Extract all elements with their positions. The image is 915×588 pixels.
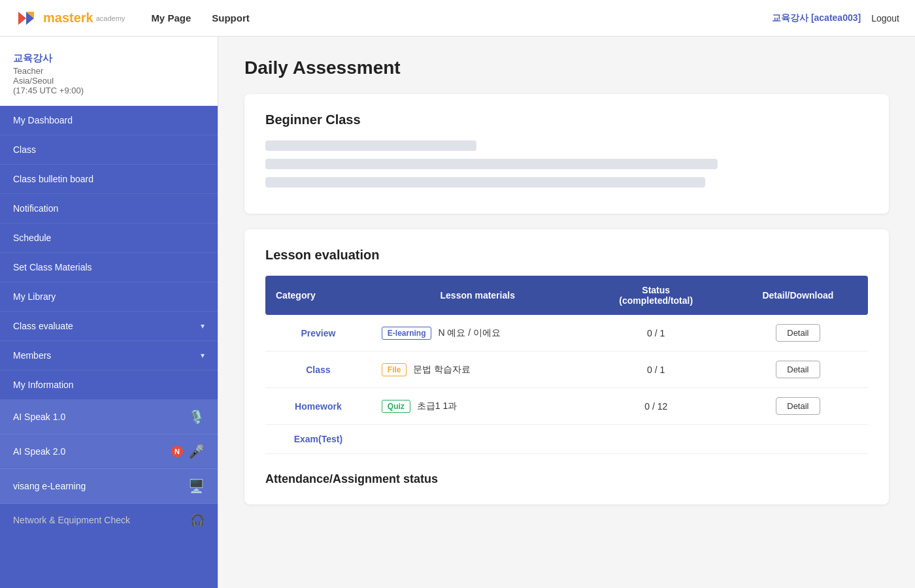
chevron-down-icon: ▾ xyxy=(201,351,205,360)
tool-right: N🎤 xyxy=(171,444,205,459)
tool-icon-screen: 🖥️ xyxy=(188,478,205,494)
tool-icon-speak2: 🎤 xyxy=(188,444,205,459)
nav-support[interactable]: Support xyxy=(212,12,250,24)
layout: 교육강사 Teacher Asia/Seoul (17:45 UTC +9:00… xyxy=(0,37,915,588)
lesson-cell: E-learningN 예요 / 이에요 xyxy=(382,327,574,340)
chevron-down-icon: ▾ xyxy=(201,321,205,331)
lesson-evaluation-card: Lesson evaluation Category Lesson materi… xyxy=(244,229,889,504)
skeleton-bar-3 xyxy=(265,177,705,188)
sidebar-item-my-dashboard[interactable]: My Dashboard xyxy=(0,106,218,135)
tag-file: File xyxy=(382,363,407,376)
sidebar-item-my-information[interactable]: My Information xyxy=(0,370,218,400)
lesson-text: 초급1 1과 xyxy=(417,400,457,412)
detail-button[interactable]: Detail xyxy=(776,361,820,378)
menu-item-label: Members xyxy=(13,350,51,361)
profile-name: 교육강사 xyxy=(13,52,205,65)
status-cell xyxy=(584,425,728,454)
nav-links: My Page Support xyxy=(151,12,772,24)
menu-item-label: Set Class Materials xyxy=(13,262,92,272)
detail-cell: Detail xyxy=(728,388,868,425)
menu-item-label: My Library xyxy=(13,291,56,302)
svg-marker-1 xyxy=(18,12,26,25)
network-label: Network & Equipment Check xyxy=(13,515,130,525)
col-status: Status(completed/total) xyxy=(584,276,728,315)
nav-user: 교육강사 [acatea003] xyxy=(772,12,861,24)
profile-role: Teacher xyxy=(13,66,205,76)
category-link[interactable]: Preview xyxy=(301,328,335,338)
tool-right: 🎙️ xyxy=(188,409,205,425)
tool-label: visang e-Learning xyxy=(13,481,86,491)
tool-item-ai-speak-1.0[interactable]: AI Speak 1.0🎙️ xyxy=(0,400,218,434)
skeleton-bar-1 xyxy=(265,140,476,151)
tag-quiz: Quiz xyxy=(382,400,410,413)
logo-academy: academy xyxy=(96,14,125,22)
nav-right: 교육강사 [acatea003] Logout xyxy=(772,12,899,24)
profile-time: (17:45 UTC +9:00) xyxy=(13,86,205,95)
status-cell: 0 / 12 xyxy=(584,388,728,425)
menu-item-label: Notification xyxy=(13,203,58,214)
sidebar-menu: My DashboardClassClass bulletin boardNot… xyxy=(0,106,218,588)
status-cell: 0 / 1 xyxy=(584,351,728,388)
tool-label: AI Speak 1.0 xyxy=(13,412,65,422)
table-row: Exam(Test) xyxy=(265,425,868,454)
skeleton-bar-2 xyxy=(265,159,718,169)
badge-AI Speak 2.0: N xyxy=(171,446,183,457)
lesson-cell: Quiz초급1 1과 xyxy=(382,400,574,413)
lesson-text: 문법 학습자료 xyxy=(413,364,471,376)
table-row: Homework Quiz초급1 1과 0 / 12 Detail xyxy=(265,388,868,425)
menu-item-label: Class xyxy=(13,144,36,155)
category-link[interactable]: Homework xyxy=(295,401,342,412)
tag-elearning: E-learning xyxy=(382,327,432,340)
logo[interactable]: masterk academy xyxy=(16,7,125,30)
lesson-eval-table: Category Lesson materials Status(complet… xyxy=(265,276,868,454)
network-equipment-check[interactable]: Network & Equipment Check 🎧 xyxy=(0,504,218,536)
sidebar-item-set-class-materials[interactable]: Set Class Materials xyxy=(0,253,218,282)
sidebar: 교육강사 Teacher Asia/Seoul (17:45 UTC +9:00… xyxy=(0,37,218,588)
tool-label: AI Speak 2.0 xyxy=(13,446,65,457)
lesson-eval-title: Lesson evaluation xyxy=(265,248,868,263)
lesson-cell: File문법 학습자료 xyxy=(382,363,574,376)
table-row: Class File문법 학습자료 0 / 1 Detail xyxy=(265,351,868,388)
status-cell: 0 / 1 xyxy=(584,315,728,351)
detail-button[interactable]: Detail xyxy=(776,324,820,342)
beginner-class-title: Beginner Class xyxy=(265,112,868,127)
table-row: Preview E-learningN 예요 / 이에요 0 / 1 Detai… xyxy=(265,315,868,351)
tool-item-ai-speak-2.0[interactable]: AI Speak 2.0N🎤 xyxy=(0,434,218,469)
menu-item-label: My Dashboard xyxy=(13,115,73,125)
category-link[interactable]: Exam(Test) xyxy=(294,434,342,444)
nav-logout[interactable]: Logout xyxy=(871,13,899,24)
headset-icon: 🎧 xyxy=(190,513,205,527)
sidebar-item-notification[interactable]: Notification xyxy=(0,194,218,223)
sidebar-item-members[interactable]: Members▾ xyxy=(0,341,218,370)
sidebar-profile: 교육강사 Teacher Asia/Seoul (17:45 UTC +9:00… xyxy=(0,37,218,106)
tool-icon-speak: 🎙️ xyxy=(188,409,205,425)
col-category: Category xyxy=(265,276,371,315)
beginner-class-card: Beginner Class xyxy=(244,94,889,214)
page-title: Daily Assessment xyxy=(244,57,889,78)
menu-item-label: Class bulletin board xyxy=(13,174,93,184)
logo-text: masterk xyxy=(43,10,93,25)
col-detail: Detail/Download xyxy=(728,276,868,315)
sidebar-item-class-bulletin-board[interactable]: Class bulletin board xyxy=(0,165,218,194)
menu-item-label: My Information xyxy=(13,380,74,390)
col-materials: Lesson materials xyxy=(371,276,584,315)
attendance-title: Attendance/Assignment status xyxy=(265,472,868,486)
tool-right: 🖥️ xyxy=(188,478,205,494)
sidebar-item-class[interactable]: Class xyxy=(0,135,218,165)
lesson-text: N 예요 / 이에요 xyxy=(438,327,501,339)
nav-mypage[interactable]: My Page xyxy=(151,12,191,24)
detail-button[interactable]: Detail xyxy=(776,397,820,415)
category-link[interactable]: Class xyxy=(306,365,330,375)
menu-item-label: Schedule xyxy=(13,233,51,243)
profile-region: Asia/Seoul xyxy=(13,76,205,86)
detail-cell xyxy=(728,425,868,454)
tool-item-visang-e-learning[interactable]: visang e-Learning🖥️ xyxy=(0,469,218,504)
main-content: Daily Assessment Beginner Class Lesson e… xyxy=(218,37,915,588)
sidebar-item-class-evaluate[interactable]: Class evaluate▾ xyxy=(0,312,218,341)
detail-cell: Detail xyxy=(728,351,868,388)
detail-cell: Detail xyxy=(728,315,868,351)
top-nav: masterk academy My Page Support 교육강사 [ac… xyxy=(0,0,915,37)
menu-item-label: Class evaluate xyxy=(13,321,73,331)
sidebar-item-schedule[interactable]: Schedule xyxy=(0,223,218,253)
sidebar-item-my-library[interactable]: My Library xyxy=(0,282,218,312)
